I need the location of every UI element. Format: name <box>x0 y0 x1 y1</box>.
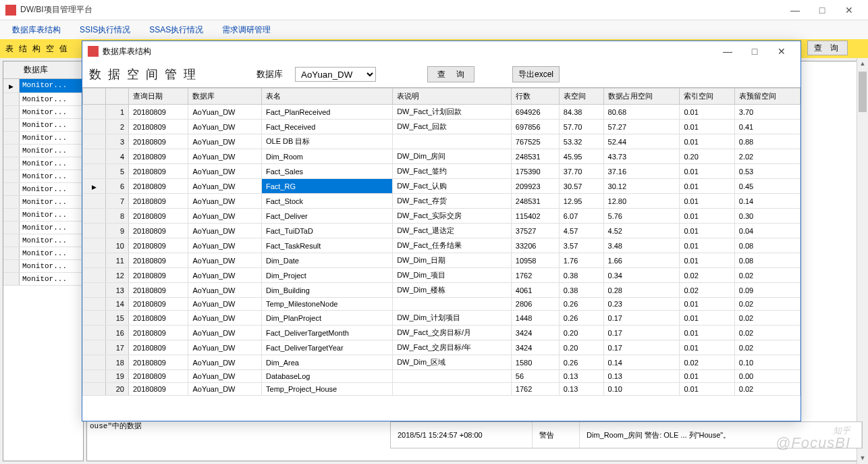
cell: Fact_DeliverTargetMonth <box>262 326 393 340</box>
left-grid-row[interactable]: Monitor... <box>3 106 83 119</box>
table-row[interactable]: 920180809AoYuan_DWFact_TuiDTaDDW_Fact_退达… <box>83 224 801 238</box>
left-grid-row[interactable]: Monitor... <box>3 234 83 247</box>
col-header[interactable]: 查询日期 <box>129 88 188 105</box>
left-grid-row[interactable]: Monitor... <box>3 145 83 157</box>
left-grid-cell: Monitor... <box>20 119 83 131</box>
cell: 20180809 <box>129 224 188 238</box>
main-vertical-scrollbar[interactable]: ▲ ▼ <box>857 58 868 464</box>
left-grid-row[interactable]: Monitor... <box>3 183 83 196</box>
maximize-button[interactable]: □ <box>809 5 836 16</box>
child-maximize-button[interactable]: □ <box>741 46 768 57</box>
cell: 0.13 <box>559 370 603 383</box>
menu-ssas[interactable]: SSAS执行情况 <box>140 22 213 38</box>
menubar: 数据库表结构 SSIS执行情况 SSAS执行情况 需求调研管理 <box>0 20 868 39</box>
menu-db-struct[interactable]: 数据库表结构 <box>3 22 70 38</box>
cell: 53.32 <box>559 134 603 149</box>
col-header[interactable]: 表名 <box>262 88 393 105</box>
export-excel-button[interactable]: 导出excel <box>512 66 560 82</box>
left-grid-row[interactable]: Monitor... <box>3 209 83 222</box>
cell: 52.44 <box>603 134 680 149</box>
left-grid-row[interactable]: Monitor... <box>3 93 83 106</box>
left-grid-row[interactable]: Monitor... <box>3 119 83 132</box>
close-button[interactable]: ✕ <box>836 5 863 16</box>
child-titlebar[interactable]: 数据库表结构 — □ ✕ <box>82 41 801 61</box>
cell: AoYuan_DW <box>188 224 262 238</box>
left-grid-row[interactable]: Monitor... <box>3 273 83 286</box>
table-row[interactable]: 320180809AoYuan_DWOLE DB 目标76752553.3252… <box>83 134 801 149</box>
table-row[interactable]: 120180809AoYuan_DWFact_PlanReceivedDW_Fa… <box>83 105 801 120</box>
col-header[interactable]: 表预留空间 <box>734 88 800 105</box>
table-row[interactable]: 1320180809AoYuan_DWDim_BuildingDW_Dim_楼栋… <box>83 283 801 298</box>
cell: 20180809 <box>129 238 188 253</box>
child-minimize-button[interactable]: — <box>714 46 741 57</box>
left-grid-row[interactable]: Monitor... <box>3 157 83 170</box>
left-grid-cell: Monitor... <box>20 132 83 144</box>
cell: Dim_Date <box>262 253 393 268</box>
table-row[interactable]: 520180809AoYuan_DWFact_SalesDW_Fact_签约17… <box>83 164 801 179</box>
cell: 4061 <box>511 283 559 298</box>
row-number: 18 <box>106 355 129 370</box>
col-header[interactable]: 数据库 <box>188 88 262 105</box>
table-row[interactable]: 1620180809AoYuan_DWFact_DeliverTargetMon… <box>83 326 801 340</box>
cell: 2806 <box>511 298 559 311</box>
db-select[interactable]: AoYuan_DW <box>295 67 376 82</box>
left-grid-row[interactable]: Monitor... <box>3 132 83 145</box>
minimize-button[interactable]: — <box>782 5 809 16</box>
table-row[interactable]: 1920180809AoYuan_DWDatabaseLog560.130.13… <box>83 370 801 383</box>
col-header[interactable]: 索引空间 <box>680 88 734 105</box>
cell: 5.76 <box>603 209 680 224</box>
cell: 3.70 <box>734 105 800 120</box>
left-grid-row[interactable]: Monitor... <box>3 260 83 273</box>
table-row[interactable]: 220180809AoYuan_DWFact_ReceivedDW_Fact_回… <box>83 120 801 134</box>
cell: 30.12 <box>603 179 680 194</box>
col-header[interactable]: 行数 <box>511 88 559 105</box>
table-row[interactable]: 2020180809AoYuan_DWTemp_Project_House176… <box>83 383 801 396</box>
scroll-thumb[interactable] <box>859 72 867 112</box>
cell: AoYuan_DW <box>188 134 262 149</box>
child-query-button[interactable]: 查 询 <box>427 66 474 82</box>
scroll-up-icon[interactable]: ▲ <box>857 58 868 70</box>
app-icon <box>5 5 16 16</box>
table-row[interactable]: 1120180809AoYuan_DWDim_DateDW_Dim_日期1095… <box>83 253 801 268</box>
table-row[interactable]: 420180809AoYuan_DWDim_RoomDW_Dim_房间24853… <box>83 149 801 164</box>
data-grid[interactable]: 查询日期数据库表名表说明行数表空间数据占用空间索引空间表预留空间 1201808… <box>82 87 801 421</box>
cell: AoYuan_DW <box>188 268 262 283</box>
table-row[interactable]: 1420180809AoYuan_DWTemp_MilestoneNode280… <box>83 298 801 311</box>
left-grid-row[interactable]: Monitor... <box>3 247 83 260</box>
menu-ssis[interactable]: SSIS执行情况 <box>70 22 140 38</box>
main-query-button[interactable]: 查 询 <box>807 41 848 55</box>
left-grid-row[interactable]: Monitor... <box>3 79 83 93</box>
left-grid-row[interactable]: Monitor... <box>3 170 83 183</box>
col-header[interactable]: 表说明 <box>393 88 512 105</box>
table-row[interactable]: 1720180809AoYuan_DWFact_DeliverTargetYea… <box>83 340 801 355</box>
left-grid-row[interactable]: Monitor... <box>3 196 83 209</box>
col-header[interactable]: 表空间 <box>559 88 603 105</box>
child-close-button[interactable]: ✕ <box>768 46 795 57</box>
scroll-down-icon[interactable]: ▼ <box>857 453 868 464</box>
col-header[interactable]: 数据占用空间 <box>603 88 680 105</box>
cell: 43.73 <box>603 149 680 164</box>
left-grid-cell: Monitor... <box>20 145 83 157</box>
cell: 0.01 <box>680 298 734 311</box>
menu-demand[interactable]: 需求调研管理 <box>213 22 280 38</box>
table-row[interactable]: 1220180809AoYuan_DWDim_ProjectDW_Dim_项目1… <box>83 268 801 283</box>
left-grid-row[interactable]: Monitor... <box>3 222 83 234</box>
left-database-grid[interactable]: 数据库 Monitor...Monitor...Monitor...Monito… <box>3 61 84 461</box>
table-row[interactable]: 1020180809AoYuan_DWFact_TaskResultDW_Fac… <box>83 238 801 253</box>
table-row[interactable]: 1520180809AoYuan_DWDim_PlanProjectDW_Dim… <box>83 311 801 326</box>
cell: 20180809 <box>129 383 188 396</box>
status-level: 警告 <box>533 422 580 448</box>
cell: 0.08 <box>734 253 800 268</box>
table-row[interactable]: 620180809AoYuan_DWFact_RGDW_Fact_认购20992… <box>83 179 801 194</box>
main-titlebar: DW/BI项目管理平台 — □ ✕ <box>0 0 868 20</box>
cell: 248531 <box>511 149 559 164</box>
cell: DW_Dim_计划项目 <box>393 311 512 326</box>
cell: 1448 <box>511 311 559 326</box>
cell: DW_Dim_项目 <box>393 268 512 283</box>
cell: 37.70 <box>559 164 603 179</box>
cell: 0.38 <box>559 283 603 298</box>
table-row[interactable]: 1820180809AoYuan_DWDim_AreaDW_Dim_区域1580… <box>83 355 801 370</box>
cell: AoYuan_DW <box>188 149 262 164</box>
table-row[interactable]: 720180809AoYuan_DWFact_StockDW_Fact_存货24… <box>83 194 801 209</box>
table-row[interactable]: 820180809AoYuan_DWFact_DeliverDW_Fact_实际… <box>83 209 801 224</box>
